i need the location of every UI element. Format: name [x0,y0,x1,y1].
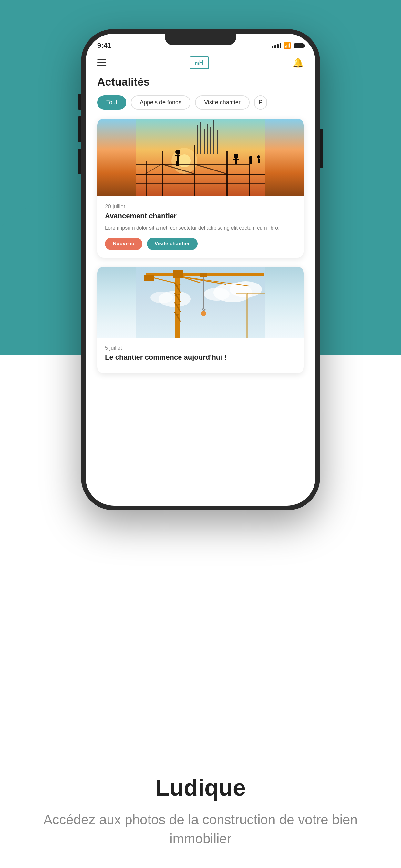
logo-text: mH [195,59,204,66]
svg-rect-29 [234,159,235,159]
card-2-title: Le chantier commence aujourd'hui ! [105,353,296,362]
volume-down-button [78,149,81,175]
card-2-body: 5 juillet Le chantier commence aujourd'h… [97,338,304,373]
signal-bar-4 [280,43,281,48]
hamburger-line-1 [97,59,106,60]
svg-rect-14 [197,125,198,154]
crane-image-svg [97,267,304,338]
svg-rect-50 [181,273,265,276]
card-1-body: 20 juillet Avancement chantier Lorem ips… [97,196,304,258]
signal-bar-2 [274,45,276,48]
svg-rect-23 [175,155,177,156]
svg-point-31 [249,156,252,159]
tag-visite-chantier[interactable]: Visite chantier [147,238,197,250]
svg-rect-15 [201,122,202,154]
svg-rect-16 [204,128,205,154]
phone-screen: 9:41 📶 [86,34,315,506]
svg-rect-18 [210,127,211,154]
svg-point-59 [201,311,206,316]
card-1-description: Lorem ipsum dolor sit amet, consectetur … [105,224,296,232]
construction-image-svg [97,119,304,196]
svg-rect-19 [213,120,214,154]
status-icons: 📶 [272,42,304,49]
filter-tab-appels[interactable]: Appels de fonds [131,95,190,110]
svg-rect-57 [201,273,207,277]
phone-notch [165,34,236,45]
card-image-crane [97,267,304,338]
svg-rect-30 [237,159,239,159]
card-1-date: 20 juillet [105,204,296,210]
signal-bar-3 [277,44,279,48]
card-1-tags: Nouveau Visite chantier [105,238,296,250]
promo-subtitle: Accédez aux photos de la construction de… [19,810,382,848]
svg-rect-6 [162,151,163,196]
page-content: Actualités Tout Appels de fonds Visite c… [86,75,315,506]
svg-rect-56 [144,275,154,281]
promo-title: Ludique [19,774,382,801]
svg-rect-61 [246,292,248,338]
svg-rect-26 [178,161,179,166]
svg-rect-32 [250,159,251,164]
news-card-1: 20 juillet Avancement chantier Lorem ips… [97,119,304,258]
svg-point-21 [175,150,181,155]
svg-rect-3 [136,174,265,175]
svg-rect-10 [146,161,147,196]
page-title: Actualités [97,75,304,88]
app-header: mH 🔔 [86,53,315,75]
card-1-title: Avancement chantier [105,212,296,220]
volume-up-button [78,116,81,142]
promo-section: Ludique Accédez aux photos de la constru… [0,748,401,868]
wifi-icon: 📶 [284,42,291,49]
svg-rect-17 [207,124,208,154]
hamburger-line-3 [97,65,106,66]
filter-tab-tout[interactable]: Tout [97,95,126,110]
svg-point-2 [178,154,191,167]
menu-button[interactable] [97,59,106,66]
svg-rect-62 [247,292,265,294]
svg-rect-24 [179,155,181,156]
power-button [320,129,323,168]
svg-point-33 [257,155,260,159]
filter-tabs: Tout Appels de fonds Visite chantier P [97,95,304,110]
signal-icon [272,43,281,48]
svg-point-40 [150,291,173,303]
svg-rect-28 [235,158,237,164]
signal-bar-1 [272,46,274,48]
svg-rect-7 [194,145,195,196]
hamburger-line-2 [97,62,106,63]
filter-tab-partial[interactable]: P [254,95,267,110]
svg-rect-60 [173,270,183,278]
svg-rect-63 [236,292,246,294]
svg-rect-8 [226,151,227,196]
battery-icon [294,43,304,48]
battery-fill [295,44,303,47]
svg-rect-5 [136,183,265,184]
phone-frame: 9:41 📶 [81,29,320,510]
svg-point-27 [234,154,238,158]
card-2-date: 5 juillet [105,345,296,351]
tag-nouveau[interactable]: Nouveau [105,238,143,250]
volume-silent-button [78,94,81,110]
svg-point-38 [204,288,229,301]
status-time: 9:41 [97,41,112,50]
app-logo: mH [190,56,209,69]
svg-rect-20 [217,130,218,154]
svg-rect-4 [136,164,249,165]
svg-rect-25 [176,161,178,166]
filter-tab-visite[interactable]: Visite chantier [195,95,250,110]
svg-rect-34 [258,159,259,163]
news-card-2: 5 juillet Le chantier commence aujourd'h… [97,267,304,373]
notification-bell-icon[interactable]: 🔔 [292,58,304,68]
card-image-construction [97,119,304,196]
